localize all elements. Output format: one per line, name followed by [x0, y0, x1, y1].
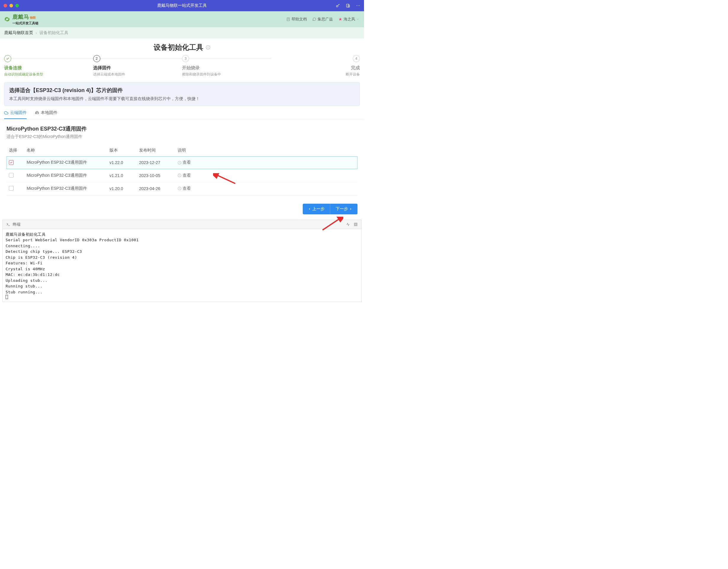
clear-icon[interactable] [346, 222, 350, 226]
brand-sub: 物联 [30, 16, 36, 19]
hdd-icon [35, 111, 39, 115]
app-header: 鹿戴马物联 一站式开发工具链 帮助文档 集思广益 海之风 [0, 11, 364, 27]
alert-desc: 本工具同时支持烧录云端固件和本地固件，云端固件不需要下载可直接在线烧录到芯片中，… [9, 96, 355, 101]
step-3-desc: 擦除和烧录固件到设备中 [182, 72, 271, 77]
tab-local-firmware[interactable]: 本地固件 [35, 110, 57, 119]
info-icon [178, 186, 181, 190]
step-1-desc: 自动识别或确定设备类型 [4, 72, 93, 77]
breadcrumb-separator: › [36, 30, 37, 35]
col-name: 名称 [24, 145, 107, 156]
doc-icon [286, 17, 290, 21]
firmware-tabs: 云端固件 本地固件 [0, 106, 364, 119]
row-date: 2023-04-26 [137, 182, 175, 195]
step-3: 3 开始烧录 擦除和烧录固件到设备中 [182, 55, 271, 77]
alert-title: 选择适合【ESP32-C3 (revision 4)】芯片的固件 [9, 87, 355, 94]
info-icon [178, 161, 181, 165]
row-version: v1.21.0 [107, 169, 137, 182]
firmware-title: MicroPython ESP32-C3通用固件 [7, 125, 357, 132]
next-button[interactable]: 下一步 [330, 204, 357, 214]
chevron-right-icon [349, 207, 352, 210]
cloud-icon [4, 111, 8, 115]
row-date: 2023-10-05 [137, 169, 175, 182]
chevron-down-icon [356, 18, 359, 21]
svg-point-0 [336, 5, 338, 7]
step-4-title: 完成 [271, 65, 360, 71]
close-window-button[interactable] [4, 4, 7, 7]
page-title: 设备初始化工具 [154, 43, 203, 52]
help-link[interactable]: 帮助文档 [286, 17, 307, 22]
terminal-cursor [6, 295, 8, 299]
tab-cloud-firmware[interactable]: 云端固件 [4, 110, 27, 119]
terminal-icon [6, 222, 10, 226]
svg-point-16 [179, 162, 180, 162]
action-buttons: 上一步 下一步 [0, 195, 364, 220]
step-3-title: 开始烧录 [182, 65, 271, 71]
col-select: 选择 [7, 145, 24, 156]
logo[interactable]: 鹿戴马物联 一站式开发工具链 [4, 13, 38, 25]
window-controls [4, 4, 19, 7]
row-version: v1.22.0 [107, 156, 137, 169]
more-icon[interactable] [356, 3, 360, 8]
step-4-desc: 断开设备 [271, 72, 360, 77]
row-date: 2023-12-27 [137, 156, 175, 169]
row-name: MicroPython ESP32-C3通用固件 [24, 169, 107, 182]
svg-rect-1 [347, 4, 349, 7]
terminal-header: 终端 [2, 220, 362, 229]
firmware-section: MicroPython ESP32-C3通用固件 适合于ESP32-C3的Mic… [0, 120, 364, 142]
step-3-circle: 3 [182, 55, 189, 62]
key-icon[interactable] [336, 3, 340, 8]
terminal-output[interactable]: 鹿戴马设备初始化工具 Serial port WebSerial VendorI… [2, 229, 362, 302]
maximize-window-button[interactable] [15, 4, 19, 7]
svg-rect-26 [354, 223, 357, 225]
breadcrumb-current: 设备初始化工具 [39, 30, 68, 36]
svg-point-22 [179, 188, 180, 188]
firmware-table: 选择 名称 版本 发布时间 说明 MicroPython ESP32-C3通用固… [7, 145, 357, 195]
page-title-row: 设备初始化工具 [0, 38, 364, 55]
table-row[interactable]: MicroPython ESP32-C3通用固件 v1.21.0 2023-10… [7, 169, 357, 182]
minimize-window-button[interactable] [9, 4, 13, 7]
logo-icon [4, 16, 11, 23]
row-name: MicroPython ESP32-C3通用固件 [24, 156, 107, 169]
step-4: 4 完成 断开设备 [271, 55, 360, 77]
row-name: MicroPython ESP32-C3通用固件 [24, 182, 107, 195]
alert-box: 选择适合【ESP32-C3 (revision 4)】芯片的固件 本工具同时支持… [4, 82, 360, 106]
row-version: v1.20.0 [107, 182, 137, 195]
firmware-desc: 适合于ESP32-C3的MicroPython通用固件 [7, 134, 357, 139]
svg-point-19 [179, 175, 180, 175]
svg-point-13 [36, 113, 36, 113]
step-2-desc: 选择云端或本地固件 [93, 72, 182, 77]
user-menu[interactable]: 海之风 [338, 17, 359, 22]
row-checkbox[interactable] [9, 160, 14, 165]
breadcrumb-home[interactable]: 鹿戴马物联首页 [4, 30, 33, 36]
svg-rect-27 [355, 223, 357, 225]
terminal-title: 终端 [13, 222, 20, 227]
row-checkbox[interactable] [9, 186, 14, 191]
device-icon[interactable] [346, 3, 350, 8]
svg-point-3 [356, 5, 357, 6]
view-link[interactable]: 查看 [178, 160, 191, 165]
steps: 设备连接 自动识别或确定设备类型 2 选择固件 选择云端或本地固件 3 开始烧录… [0, 55, 364, 82]
view-link[interactable]: 查看 [178, 173, 191, 178]
table-row[interactable]: MicroPython ESP32-C3通用固件 v1.20.0 2023-04… [7, 182, 357, 195]
community-link[interactable]: 集思广益 [312, 17, 333, 22]
step-1: 设备连接 自动识别或确定设备类型 [4, 55, 93, 77]
check-icon [6, 57, 9, 60]
row-checkbox[interactable] [9, 173, 14, 178]
col-version: 版本 [107, 145, 137, 156]
prev-button[interactable]: 上一步 [303, 204, 330, 214]
info-icon [178, 173, 181, 177]
window-title: 鹿戴马物联一站式开发工具 [157, 3, 207, 8]
titlebar: 鹿戴马物联一站式开发工具 [0, 0, 364, 11]
step-1-circle [4, 55, 11, 62]
svg-point-5 [359, 5, 360, 6]
step-4-circle: 4 [353, 55, 360, 62]
breadcrumb: 鹿戴马物联首页 › 设备初始化工具 [0, 27, 364, 38]
step-1-title: 设备连接 [4, 65, 93, 71]
svg-point-4 [358, 5, 358, 6]
expand-icon[interactable] [354, 222, 358, 226]
step-2: 2 选择固件 选择云端或本地固件 [93, 55, 182, 77]
info-icon[interactable] [206, 45, 210, 50]
table-row[interactable]: MicroPython ESP32-C3通用固件 v1.22.0 2023-12… [7, 156, 357, 169]
view-link[interactable]: 查看 [178, 186, 191, 191]
col-desc: 说明 [175, 145, 357, 156]
